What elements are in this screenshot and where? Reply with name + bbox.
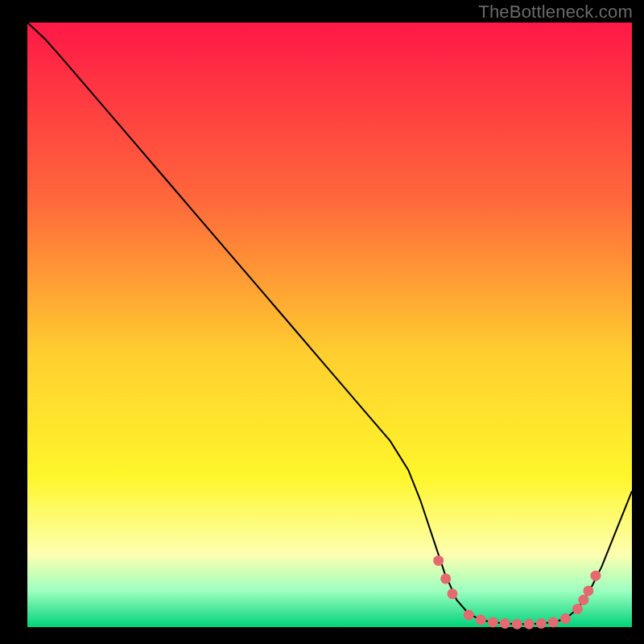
curve-marker [578, 595, 588, 605]
curve-marker [512, 619, 522, 630]
curve-marker [548, 617, 559, 627]
curve-marker [560, 613, 571, 624]
curve-marker [500, 618, 510, 629]
curve-marker [583, 585, 593, 596]
curve-marker [476, 614, 486, 625]
curve-marker [440, 573, 451, 584]
curve-marker [536, 618, 547, 629]
curve-marker [447, 588, 457, 599]
plot-svg [0, 0, 644, 644]
curve-marker [433, 555, 444, 566]
watermark-text: TheBottleneck.com [478, 2, 633, 23]
curve-marker [590, 571, 601, 581]
curve-marker [464, 609, 474, 620]
curve-marker [572, 604, 583, 614]
curve-marker [524, 619, 535, 630]
curve-marker [488, 617, 498, 627]
chart-stage: TheBottleneck.com [0, 0, 644, 644]
plot-background [27, 23, 632, 627]
